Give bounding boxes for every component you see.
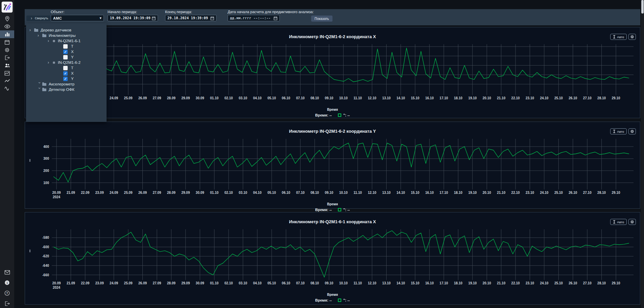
- sensor-icon: [53, 40, 55, 42]
- chevron-right-icon[interactable]: ›: [38, 33, 42, 38]
- area-chart-icon[interactable]: [0, 69, 14, 77]
- bar-chart-icon[interactable]: [0, 30, 14, 38]
- chevron-right-icon[interactable]: ›: [48, 60, 52, 65]
- collapse-tree-button[interactable]: › Свернуть: [26, 16, 51, 21]
- tree-node-y[interactable]: Y: [26, 54, 107, 60]
- show-button[interactable]: Показать: [311, 16, 332, 22]
- calendar-icon[interactable]: [0, 38, 14, 46]
- x-tick-label: 28.10: [597, 281, 606, 285]
- info-icon[interactable]: i: [0, 279, 14, 286]
- x-tick-label: 11.10: [353, 191, 362, 195]
- trend-line-icon[interactable]: [0, 77, 14, 85]
- chart-panel-3: Инклинометр IN-Q2M1-6-1 координата X Авт…: [25, 212, 640, 305]
- x-tick-label: 10.10: [339, 96, 348, 100]
- vertical-scrollbar[interactable]: [641, 0, 644, 308]
- chart-plot-area[interactable]: 20.09202421.0922.0923.0924.0925.0926.092…: [25, 42, 640, 108]
- object-select[interactable]: АМС ▾: [51, 15, 104, 21]
- chart-plot-area[interactable]: 20.09202421.0922.0923.0924.0925.0926.092…: [25, 137, 640, 203]
- gear-icon: [630, 129, 634, 133]
- checkbox-checked[interactable]: ✓: [63, 50, 68, 54]
- tree-node-акселерометр[interactable]: ›Акселерометр: [26, 81, 107, 87]
- chart-header: Инклинометр IN-Q2M1-6-2 координата X Авт…: [25, 27, 640, 40]
- x-tick-label: 14.10: [396, 191, 405, 195]
- tree-node-инклинометры[interactable]: ›Инклинометры: [26, 33, 107, 38]
- help-icon[interactable]: ?: [0, 289, 14, 297]
- tree-node-x[interactable]: ✓X: [26, 49, 107, 54]
- period-start-label: Начало периода:: [108, 10, 158, 14]
- legend-series-marker[interactable]: [338, 208, 341, 211]
- tree-node-label: T: [71, 44, 73, 48]
- calendar-icon[interactable]: [274, 16, 277, 20]
- chevron-right-icon[interactable]: ›: [29, 28, 33, 32]
- legend-series-marker[interactable]: [338, 113, 341, 117]
- scrollbar-thumb[interactable]: [641, 0, 644, 14]
- tree-node-in-q2m1-6-2[interactable]: ›IN-Q2M1-6-2: [26, 60, 107, 65]
- tree-node-t[interactable]: T: [26, 65, 107, 71]
- period-end-input[interactable]: 29.10.2024 19:39:09: [165, 15, 216, 21]
- autoscale-button[interactable]: Авто: [610, 128, 627, 134]
- x-tick-label: 06.10: [282, 96, 290, 100]
- tree-node-label: T: [71, 66, 73, 70]
- period-start-input[interactable]: 19.09.2024 19:39:09: [108, 15, 158, 21]
- chevron-right-icon: ›: [29, 16, 33, 21]
- tree-node-y[interactable]: ✓Y: [26, 76, 107, 81]
- y-tick-label: -620: [42, 254, 49, 258]
- legend-series-marker[interactable]: [338, 299, 341, 302]
- x-tick-label: 22.09: [81, 191, 89, 195]
- legend-time-value: Время: --: [315, 298, 332, 302]
- chart-settings-button[interactable]: [628, 219, 636, 225]
- sidebar: i ?: [0, 0, 14, 308]
- users-icon[interactable]: [0, 61, 14, 69]
- autoscale-button[interactable]: Авто: [610, 219, 627, 225]
- app-logo[interactable]: [1, 1, 13, 13]
- checkbox-checked[interactable]: ✓: [63, 71, 68, 76]
- x-tick-label: 08.10: [310, 281, 319, 285]
- chevron-down-icon[interactable]: ›: [37, 87, 42, 92]
- chart-header: Инклинометр IN-Q2M1-6-1 координата X Авт…: [25, 212, 640, 225]
- predictive-date-input[interactable]: дд.мм.гггг --:--:--: [228, 15, 280, 21]
- x-tick-label: 28.10: [597, 96, 606, 100]
- calendar-icon[interactable]: [152, 16, 156, 20]
- tree-node-t[interactable]: T: [26, 44, 107, 49]
- calendar-icon[interactable]: [210, 16, 214, 20]
- legend-time-value: Время: --: [315, 113, 332, 117]
- checkbox-unchecked[interactable]: [63, 55, 68, 59]
- map-pin-icon[interactable]: [0, 15, 14, 23]
- tree-node-label: Акселерометр: [49, 82, 74, 86]
- x-tick-label: 16.10: [425, 96, 434, 100]
- folder-icon: [42, 34, 46, 37]
- exit-icon[interactable]: [0, 300, 14, 307]
- tree-node-дерево-датчиков[interactable]: ›Дерево датчиков: [26, 27, 107, 33]
- gear-icon[interactable]: [0, 46, 14, 54]
- collapse-button-label: Свернуть: [35, 17, 48, 20]
- mail-icon[interactable]: [0, 268, 14, 276]
- x-tick-label: 28.09: [167, 191, 176, 195]
- x-tick-label: 13.10: [382, 96, 391, 100]
- chart-plot-area[interactable]: 20.09202421.0922.0923.0924.0925.0926.092…: [25, 227, 640, 293]
- chevron-right-icon[interactable]: ›: [48, 38, 52, 43]
- chart-settings-button[interactable]: [628, 128, 636, 134]
- x-tick-label: 03.10: [239, 96, 247, 100]
- x-tick-label: 20.09: [52, 191, 61, 195]
- x-tick-label: 24.10: [540, 96, 548, 100]
- chevron-down-icon[interactable]: ›: [37, 82, 42, 86]
- chart-title: Инклинометр IN-Q2M1-6-2 координата Y: [25, 129, 640, 134]
- checkbox-checked[interactable]: ✓: [63, 77, 68, 81]
- eye-icon[interactable]: [0, 23, 14, 30]
- autoscale-button[interactable]: Авто: [610, 34, 627, 40]
- x-tick-label: 10.10: [339, 281, 348, 285]
- checkbox-unchecked[interactable]: [63, 44, 68, 49]
- x-tick-label: 05.10: [268, 281, 276, 285]
- wave-icon[interactable]: [0, 85, 14, 93]
- checkbox-unchecked[interactable]: [63, 66, 68, 70]
- sidebar-nav: [0, 15, 14, 93]
- x-tick-label: 09.10: [325, 96, 333, 100]
- tree-node-x[interactable]: ✓X: [26, 71, 107, 76]
- x-tick-label: 02.10: [224, 281, 233, 285]
- object-field: Объект: АМС ▾: [51, 10, 104, 21]
- tree-node-in-q2m1-6-1[interactable]: ›IN-Q2M1-6-1: [26, 38, 107, 44]
- chart-settings-button[interactable]: [628, 34, 636, 40]
- tree-node-детектор-офк[interactable]: ›Детектор ОФК: [26, 87, 107, 92]
- x-tick-label: 17.10: [440, 191, 448, 195]
- logout-icon[interactable]: [0, 54, 14, 61]
